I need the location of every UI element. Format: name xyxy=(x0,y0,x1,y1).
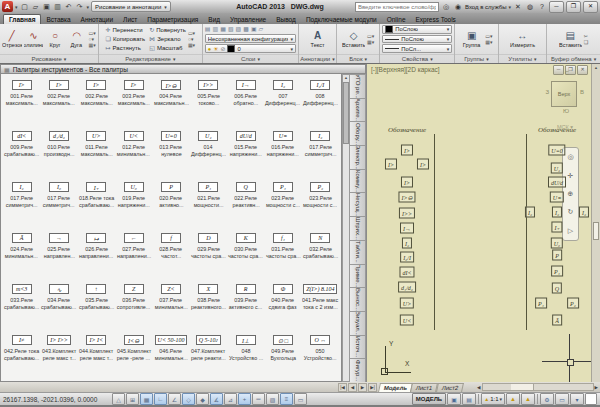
palette-item[interactable]: ↑035.Релесрабатываю... xyxy=(78,279,115,330)
palette-item[interactable]: f028.Релечастот... xyxy=(152,228,189,279)
lineweight-dropdown[interactable]: ПоСлою ▾ xyxy=(382,35,452,44)
prev-layout-button[interactable]: ◀ xyxy=(348,383,357,392)
quick-view-layouts-icon[interactable]: ▣ xyxy=(447,393,461,405)
snap-toggle[interactable]: ⊞ xyxy=(126,393,139,405)
first-layout-button[interactable]: |◀ xyxy=(338,383,347,392)
ellipse-flyout-icon[interactable]: ○▾ xyxy=(89,37,96,42)
palette-item[interactable]: I>⊖004.Релемаксимальн... xyxy=(152,75,189,126)
palette-item[interactable]: Q022.Релереактивн... xyxy=(227,177,264,228)
palette-item[interactable]: U<012.Релеминимальн... xyxy=(115,126,152,177)
draw-flyouts[interactable]: ▭▾ ○▾ ▦▾ xyxy=(89,31,96,48)
horizontal-scrollbar[interactable]: ◀ ▶ xyxy=(477,383,598,391)
palette-item[interactable]: I₀017.Релесимметрич... xyxy=(40,177,77,228)
palette-item[interactable]: I>>005.Релетоково... xyxy=(190,75,227,126)
app-menu-arrow-icon[interactable]: ▾ xyxy=(15,4,18,10)
new-button[interactable]: ▢ xyxy=(20,1,30,12)
palette-tab[interactable]: Комму... xyxy=(350,169,366,194)
ribbon-tab[interactable]: Управление xyxy=(225,15,271,24)
palette-item[interactable]: U₀019.Реленапряжени... xyxy=(115,177,152,228)
palette-item[interactable]: I≠042.Реле токасрабатываю... xyxy=(3,330,40,381)
sign-in-button[interactable]: ◉ Вход в службы ▾ xyxy=(453,3,511,11)
palette-item[interactable]: Ā024.Релеминимальн... xyxy=(3,228,40,279)
fillet-flyout-icon[interactable]: ▭▾ xyxy=(188,31,195,36)
app-logo-icon[interactable]: A xyxy=(2,1,13,12)
palette-title-bar[interactable]: ▦ Палитры инструментов - Все палитры xyxy=(0,64,366,74)
scroll-up-icon[interactable]: ▲ xyxy=(592,64,600,71)
palette-item[interactable]: f₄031.Релечастоты сра... xyxy=(264,228,301,279)
viewcube-east-label[interactable]: В xyxy=(580,89,584,95)
palette-item[interactable]: I> I<044.Комплектреле макс т... xyxy=(78,330,115,381)
scrollbar-thumb[interactable] xyxy=(343,82,349,144)
palette-tab[interactable]: Архите... xyxy=(350,98,366,123)
palette-item[interactable]: I>003.Релемаксималь... xyxy=(115,75,152,126)
palette-item[interactable]: I→006.Релеобратно... xyxy=(227,75,264,126)
undo-button[interactable]: ↶ xyxy=(64,1,74,12)
viewcube-north-label[interactable]: С xyxy=(565,70,569,76)
ribbon-tab[interactable]: Главная xyxy=(3,14,41,24)
palette-scrollbar[interactable]: ▲ xyxy=(342,74,350,382)
ribbon-tab[interactable]: Параметризация xyxy=(142,15,203,24)
ribbon-tab[interactable]: Подключаемые модули xyxy=(301,15,382,24)
clipboard-tools[interactable]: ✂ ❏ xyxy=(584,34,588,45)
palette-item[interactable]: ←027.Реленаправлени... xyxy=(115,228,152,279)
doc-minimize-button[interactable]: ─ xyxy=(553,65,564,75)
zoom-icon[interactable]: ⊕ xyxy=(568,190,574,198)
palette-item[interactable]: ↦026.Реленаправлени... xyxy=(78,228,115,279)
infer-toggle[interactable]: △ xyxy=(112,393,125,405)
palette-tab[interactable]: Электр... xyxy=(350,145,366,170)
tpy-toggle[interactable]: ▨ xyxy=(266,393,279,405)
annotation-scale-dropdown[interactable]: ▲ 1:1 ▾ xyxy=(481,393,505,405)
palette-item[interactable]: ⊙ □049.РелеБухгольца xyxy=(264,330,301,381)
pan-icon[interactable]: ✛ xyxy=(568,172,574,180)
palette-item[interactable]: I>001.Релемаксималь... xyxy=(3,75,40,126)
palette-item[interactable]: U< 50-100046.Релеминимальн... xyxy=(152,330,189,381)
model-space-button[interactable]: МОДЕЛЬ xyxy=(412,393,446,405)
scroll-up-icon[interactable]: ▲ xyxy=(344,75,348,81)
palette-item[interactable]: dU/d015.Реленапряжени... xyxy=(227,126,264,177)
ribbon-tab[interactable]: Вставка xyxy=(41,15,75,24)
lwt-toggle[interactable]: ═ xyxy=(252,393,265,405)
rotate-button[interactable]: ↻ Повернуть xyxy=(149,26,186,35)
palette-item[interactable]: dI<009.Релесрабатываю... xyxy=(3,126,40,177)
palette-item[interactable]: P₄023.Релемощности с... xyxy=(264,177,301,228)
viewport-label[interactable]: [-][Верхняя][2D каркас] xyxy=(371,66,440,73)
group-edit-icon[interactable]: ▦▾ xyxy=(485,40,492,45)
panel-label-block[interactable]: Блок▾ xyxy=(337,54,379,63)
palette-item[interactable]: U>011.Релемаксималь... xyxy=(78,126,115,177)
palette-tab[interactable]: Источ... xyxy=(350,335,366,360)
palette-item[interactable]: Z<037.Релеминимальн... xyxy=(152,279,189,330)
viewcube[interactable]: Верх xyxy=(551,81,577,107)
viewcube-west-label[interactable]: З xyxy=(545,89,549,95)
palette-item[interactable]: K030.Релечастоты сра... xyxy=(227,228,264,279)
panel-label-groups[interactable]: Группы▾ xyxy=(455,54,497,63)
toolbar-lock-icon[interactable]: ▭ xyxy=(555,393,569,405)
ribbon-tab[interactable]: Лист xyxy=(118,15,142,24)
scroll-right-icon[interactable]: ▶ xyxy=(595,385,598,390)
palette-item[interactable]: I₂017.Релесимметрич... xyxy=(3,177,40,228)
ribbon-tab[interactable]: Аннотации xyxy=(76,15,119,24)
annotation-autoscale-icon[interactable]: ▲ xyxy=(521,393,535,405)
palette-item[interactable]: Q 5-10г047.Комплектреле реакти... xyxy=(190,330,227,381)
array-flyout-icon[interactable]: ○▾ xyxy=(188,37,195,42)
panel-label-properties[interactable]: Свойства▾ xyxy=(380,54,454,63)
qat-more-arrow-icon[interactable]: ▾ xyxy=(87,4,90,10)
palette-tab[interactable]: Вынос... xyxy=(350,287,366,312)
palette-item[interactable]: I₂007Дифференц... xyxy=(264,75,301,126)
ducs-toggle[interactable]: ⊿ xyxy=(224,393,237,405)
last-layout-button[interactable]: ▶| xyxy=(368,383,377,392)
quick-view-drawings-icon[interactable]: ▤ xyxy=(462,393,476,405)
clean-screen-button[interactable] xyxy=(585,393,597,405)
mirror-button[interactable]: ⋈ Зеркало xyxy=(149,35,186,44)
doc-close-button[interactable]: ✕ xyxy=(577,65,588,75)
circle-button[interactable]: ○ Круг xyxy=(45,30,65,48)
copy-clip-icon[interactable]: ❏ xyxy=(584,40,588,45)
steering-wheel-icon[interactable]: ◎ xyxy=(567,153,573,161)
palette-item[interactable]: Z036.Релесопротивле... xyxy=(115,279,152,330)
palette-tab[interactable]: Обору... xyxy=(350,121,366,146)
save-button[interactable]: ▣ xyxy=(42,1,52,12)
redo-button[interactable]: ↷ xyxy=(75,1,85,12)
help-icon[interactable]: ? xyxy=(537,3,547,10)
palette-item[interactable]: Φ040.Релесдвига фаз xyxy=(264,279,301,330)
drawing-canvas[interactable]: [-][Верхняя][2D каркас] ─ ❐ ✕ С З В Ю Ве… xyxy=(367,64,591,382)
palette-item[interactable]: D029.Релечастоты сра... xyxy=(190,228,227,279)
